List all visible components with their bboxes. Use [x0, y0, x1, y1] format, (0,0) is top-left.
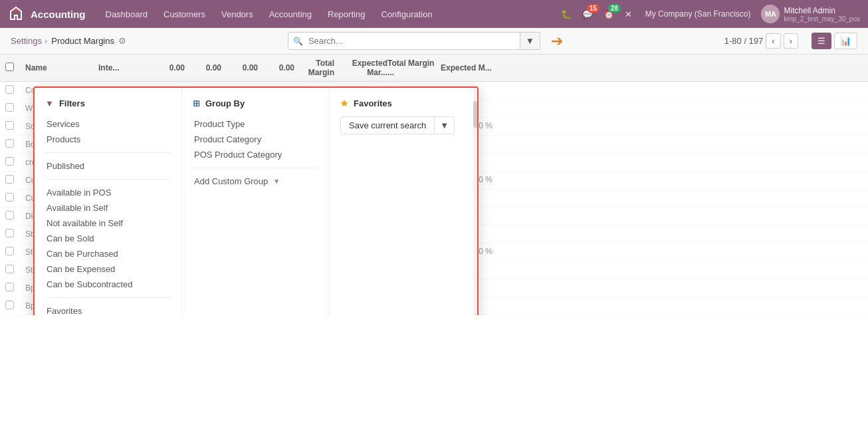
- filter-can-be-subcontracted[interactable]: Can be Subcontracted: [45, 277, 171, 292]
- breadcrumb-settings[interactable]: Settings: [11, 36, 42, 46]
- save-current-search-btn[interactable]: Save current search ▼: [340, 116, 455, 134]
- col-em-header[interactable]: Expected Mar...: [334, 59, 387, 77]
- chat-icon-btn[interactable]: 💬 15: [580, 7, 596, 22]
- search-bar: 🔍 ▼: [288, 32, 540, 50]
- nav-item-reporting[interactable]: Reporting: [321, 7, 372, 22]
- clock-badge: 28: [608, 4, 621, 13]
- page-title: Product Margins: [51, 36, 114, 46]
- filter-icon: ▼: [45, 98, 54, 108]
- groupby-product-type[interactable]: Product Type: [193, 116, 318, 132]
- filters-column: ▼ Filters Services Products Published Av…: [35, 88, 182, 315]
- top-nav: Accounting Dashboard Customers Vendors A…: [0, 0, 868, 28]
- add-custom-group-label: Add Custom Group: [194, 176, 268, 186]
- chart-view-btn[interactable]: 📊: [834, 33, 857, 49]
- nav-item-dashboard[interactable]: Dashboard: [99, 7, 155, 22]
- row-checkbox[interactable]: [5, 247, 14, 255]
- settings-gear-icon[interactable]: ⚙: [118, 36, 126, 46]
- row-checkbox[interactable]: [5, 193, 14, 202]
- pagination-info: 1-80 / 197 ‹ ›: [724, 33, 798, 49]
- col-emp-header[interactable]: Expected M...: [441, 63, 494, 73]
- table-header: Name Inte... 0.00 0.00 0.00 0.00 Total M…: [0, 55, 868, 82]
- row-checkbox[interactable]: [5, 301, 14, 309]
- col-n1-header: 0.00: [148, 63, 185, 73]
- list-view-btn[interactable]: ☰: [812, 33, 831, 49]
- add-custom-group-arrow: ▼: [273, 178, 280, 185]
- app-logo: [8, 6, 24, 22]
- add-custom-group-btn[interactable]: Add Custom Group ▼: [193, 174, 318, 189]
- col-check-header[interactable]: [5, 63, 25, 73]
- row-checkbox[interactable]: [5, 283, 14, 291]
- breadcrumb-separator: ›: [45, 36, 47, 46]
- clock-icon-btn[interactable]: ⏰ 28: [601, 7, 617, 22]
- filter-divider-2: [45, 179, 171, 180]
- nav-item-customers[interactable]: Customers: [157, 7, 212, 22]
- filter-divider-1: [45, 152, 171, 153]
- sub-header: Settings › Product Margins ⚙ 🔍 ▼ ➔ 1-80 …: [0, 28, 868, 55]
- save-search-label: Save current search: [341, 117, 435, 134]
- main-content: Name Inte... 0.00 0.00 0.00 0.00 Total M…: [0, 55, 868, 315]
- col-n3-header: 0.00: [221, 63, 258, 73]
- col-n2-header: 0.00: [185, 63, 221, 73]
- filter-can-be-sold[interactable]: Can be Sold: [45, 231, 171, 246]
- col-name-header[interactable]: Name: [25, 63, 98, 73]
- row-checkbox[interactable]: [5, 229, 14, 237]
- filter-can-be-purchased[interactable]: Can be Purchased: [45, 246, 171, 261]
- row-checkbox[interactable]: [5, 175, 14, 184]
- row-checkbox[interactable]: [5, 157, 14, 166]
- nav-item-accounting[interactable]: Accounting: [263, 7, 318, 22]
- row-checkbox[interactable]: [5, 265, 14, 273]
- avatar: MA: [761, 5, 780, 23]
- star-icon: ★: [340, 98, 348, 108]
- groupby-divider: [193, 168, 318, 168]
- arrow-indicator: ➔: [551, 33, 563, 50]
- filter-favorites[interactable]: Favorites: [45, 303, 171, 315]
- close-icon-btn[interactable]: ✕: [622, 7, 635, 22]
- filter-available-pos[interactable]: Available in POS: [45, 185, 171, 200]
- next-page-btn[interactable]: ›: [784, 33, 798, 49]
- save-search-dropdown-arrow[interactable]: ▼: [435, 117, 454, 134]
- breadcrumb: Settings › Product Margins ⚙: [11, 36, 126, 46]
- user-name: Mitchell Admin: [784, 6, 860, 15]
- col-tmp-header[interactable]: Total Margin ...: [387, 59, 441, 77]
- favorites-title: ★ Favorites: [340, 98, 466, 108]
- filter-divider-3: [45, 297, 171, 298]
- filter-services[interactable]: Services: [45, 116, 171, 132]
- search-input[interactable]: [288, 32, 520, 50]
- prev-page-btn[interactable]: ‹: [766, 33, 780, 49]
- nav-item-vendors[interactable]: Vendors: [215, 7, 260, 22]
- row-checkbox[interactable]: [5, 103, 14, 112]
- favorites-column: ★ Favorites Save current search ▼: [330, 88, 477, 315]
- pagination-text: 1-80 / 197: [724, 36, 764, 46]
- company-name: My Company (San Francisco): [645, 9, 751, 19]
- dropdown-scrollbar-thumb: [473, 101, 477, 128]
- groupby-product-category[interactable]: Product Category: [193, 132, 318, 147]
- filter-published[interactable]: Published: [45, 158, 171, 174]
- search-dropdown-btn[interactable]: ▼: [520, 32, 540, 50]
- app-name[interactable]: Accounting: [31, 9, 86, 20]
- groupby-column: ⊞ Group By Product Type Product Category…: [182, 88, 330, 315]
- col-int-header[interactable]: Inte...: [98, 63, 148, 73]
- filter-can-be-expensed[interactable]: Can be Expensed: [45, 261, 171, 277]
- col-n4-header: 0.00: [258, 63, 294, 73]
- bug-icon-btn[interactable]: 🐛: [558, 7, 574, 22]
- filters-title: ▼ Filters: [45, 98, 171, 108]
- filter-not-available-self[interactable]: Not available in Self: [45, 216, 171, 231]
- user-sub: kmp_2_test_may_30_pos: [784, 15, 860, 23]
- row-checkbox[interactable]: [5, 121, 14, 130]
- page-title-area: › Product Margins ⚙: [45, 36, 126, 46]
- nav-item-configuration[interactable]: Configuration: [374, 7, 439, 22]
- row-checkbox[interactable]: [5, 211, 14, 220]
- chat-badge: 15: [587, 4, 599, 13]
- filter-available-self[interactable]: Available in Self: [45, 200, 171, 216]
- groupby-icon: ⊞: [193, 98, 200, 108]
- groupby-title: ⊞ Group By: [193, 98, 318, 108]
- svg-point-0: [15, 9, 17, 11]
- groupby-pos-product-category[interactable]: POS Product Category: [193, 147, 318, 162]
- select-all-checkbox[interactable]: [5, 63, 14, 71]
- row-checkbox[interactable]: [5, 139, 14, 148]
- col-tm-header[interactable]: Total Margin: [294, 59, 334, 77]
- user-menu[interactable]: MA Mitchell Admin kmp_2_test_may_30_pos: [761, 5, 860, 23]
- row-checkbox[interactable]: [5, 85, 14, 94]
- filter-products[interactable]: Products: [45, 132, 171, 147]
- dropdown-scrollbar[interactable]: [473, 88, 477, 315]
